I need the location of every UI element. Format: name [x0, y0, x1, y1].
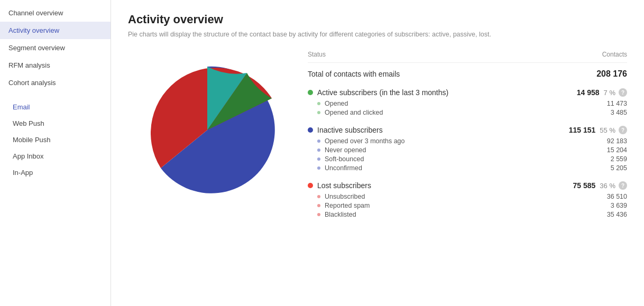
- sub-dot: [317, 102, 320, 105]
- sub-item-value: 11 473: [607, 100, 627, 107]
- subscriber-main-row-lost: Lost subscribers75 58536 %?: [308, 181, 627, 190]
- sub-dot: [317, 195, 320, 198]
- sub-dot: [317, 213, 320, 216]
- subscriber-count-lost: 75 585: [573, 181, 596, 190]
- sub-item-label: Opened: [325, 100, 607, 107]
- help-icon-lost[interactable]: ?: [619, 181, 627, 190]
- sub-item-row: Blacklisted35 436: [317, 211, 627, 218]
- sub-item-value: 15 204: [607, 146, 627, 154]
- total-row: Total of contacts with emails 208 176: [308, 69, 627, 79]
- page-subtitle: Pie charts will display the structure of…: [128, 31, 525, 38]
- help-icon-active[interactable]: ?: [619, 88, 627, 97]
- sub-dot: [317, 166, 320, 170]
- sub-item-value: 5 205: [611, 164, 627, 172]
- sub-item-row: Opened over 3 months ago92 183: [317, 137, 627, 145]
- sidebar: Channel overviewActivity overviewSegment…: [0, 0, 111, 306]
- main-content: Activity overview Pie charts will displa…: [111, 0, 644, 306]
- subscriber-group-active: Active subscribers (in the last 3 months…: [308, 88, 627, 116]
- sub-items-lost: Unsubscribed36 510Reported spam3 639Blac…: [308, 193, 627, 218]
- sub-item-value: 35 436: [607, 211, 627, 218]
- sub-item-label: Never opened: [325, 146, 607, 154]
- total-value: 208 176: [596, 69, 627, 79]
- sub-item-row: Unconfirmed5 205: [317, 164, 627, 172]
- subscriber-main-row-inactive: Inactive subscribers115 15155 %?: [308, 126, 627, 134]
- sub-item-label: Opened over 3 months ago: [325, 137, 607, 145]
- sub-item-row: Never opened15 204: [317, 146, 627, 154]
- sidebar-item-activity-overview[interactable]: Activity overview: [0, 22, 111, 39]
- sidebar-item-cohort-analysis[interactable]: Cohort analysis: [0, 74, 111, 91]
- sub-item-value: 36 510: [607, 193, 627, 200]
- sidebar-channel-mobile-push[interactable]: Mobile Push: [0, 132, 111, 148]
- sub-dot: [317, 111, 320, 114]
- sub-item-value: 92 183: [607, 137, 627, 145]
- total-label: Total of contacts with emails: [308, 70, 400, 78]
- sidebar-section-channels: [0, 91, 111, 99]
- subscriber-label-lost: Lost subscribers: [317, 181, 573, 190]
- subscriber-group-lost: Lost subscribers75 58536 %?Unsubscribed3…: [308, 181, 627, 218]
- help-icon-inactive[interactable]: ?: [619, 126, 627, 134]
- sidebar-channel-email[interactable]: Email: [0, 99, 111, 115]
- sub-item-label: Unsubscribed: [325, 193, 607, 200]
- header-contacts: Contacts: [602, 51, 627, 58]
- sub-dot: [317, 149, 320, 152]
- subscriber-group-inactive: Inactive subscribers115 15155 %?Opened o…: [308, 126, 627, 172]
- groups-container: Active subscribers (in the last 3 months…: [308, 88, 627, 218]
- sidebar-item-channel-overview[interactable]: Channel overview: [0, 4, 111, 22]
- sub-item-row: Unsubscribed36 510: [317, 193, 627, 200]
- sub-item-label: Opened and clicked: [325, 109, 611, 116]
- sub-item-row: Soft-bounced2 559: [317, 155, 627, 163]
- sidebar-item-rfm-analysis[interactable]: RFM analysis: [0, 57, 111, 74]
- content-row: Status Contacts Total of contacts with e…: [128, 51, 627, 228]
- sub-items-active: Opened11 473Opened and clicked3 485: [308, 100, 627, 116]
- header-status: Status: [308, 51, 326, 58]
- dot-inactive: [308, 127, 313, 133]
- dot-active: [308, 90, 313, 95]
- subscriber-count-active: 14 958: [577, 88, 600, 97]
- sidebar-channel-in-app[interactable]: In-App: [0, 164, 111, 181]
- subscriber-pct-lost: 36 %: [600, 182, 615, 190]
- chart-area: [128, 51, 287, 204]
- sidebar-channel-app-inbox[interactable]: App Inbox: [0, 148, 111, 164]
- sub-item-label: Unconfirmed: [325, 164, 611, 172]
- sub-item-label: Reported spam: [325, 202, 611, 209]
- sub-item-value: 3 639: [611, 202, 627, 209]
- stats-area: Status Contacts Total of contacts with e…: [308, 51, 627, 228]
- sub-item-row: Opened and clicked3 485: [317, 109, 627, 116]
- sub-item-label: Soft-bounced: [325, 155, 611, 163]
- stats-header: Status Contacts: [308, 51, 627, 63]
- sub-dot: [317, 140, 320, 143]
- sub-item-value: 3 485: [611, 109, 627, 116]
- dot-lost: [308, 183, 313, 188]
- page-title: Activity overview: [128, 13, 627, 26]
- sub-dot: [317, 204, 320, 207]
- subscriber-pct-inactive: 55 %: [600, 126, 615, 134]
- subscriber-main-row-active: Active subscribers (in the last 3 months…: [308, 88, 627, 97]
- sub-dot: [317, 157, 320, 161]
- subscriber-count-inactive: 115 151: [569, 126, 596, 134]
- sidebar-channel-web-push[interactable]: Web Push: [0, 115, 111, 132]
- sub-item-row: Reported spam3 639: [317, 202, 627, 209]
- subscriber-pct-active: 7 %: [604, 89, 615, 97]
- sidebar-item-segment-overview[interactable]: Segment overview: [0, 39, 111, 57]
- pie-chart: [133, 56, 281, 204]
- sub-item-row: Opened11 473: [317, 100, 627, 107]
- subscriber-label-inactive: Inactive subscribers: [317, 126, 569, 134]
- subscriber-label-active: Active subscribers (in the last 3 months…: [317, 88, 577, 97]
- sub-item-value: 2 559: [611, 155, 627, 163]
- sub-items-inactive: Opened over 3 months ago92 183Never open…: [308, 137, 627, 172]
- sub-item-label: Blacklisted: [325, 211, 607, 218]
